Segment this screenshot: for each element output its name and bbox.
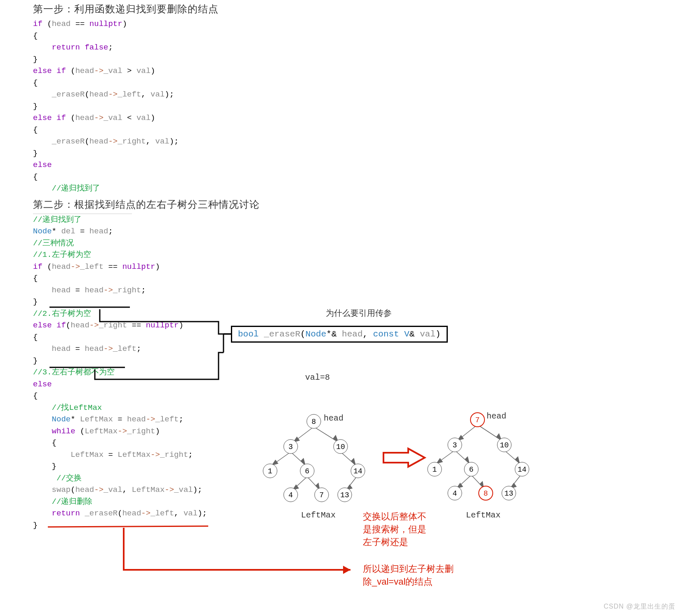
annotation-recurse-note: 所以递归到左子树去删 除_val=val的结点 [363, 563, 454, 588]
heading-step2: 第二步：根据找到结点的左右子树分三种情况讨论 [0, 198, 682, 211]
tree2-head-label: head [487, 411, 506, 421]
heading-step1: 第一步：利用函数递归找到要删除的结点 [0, 0, 682, 16]
function-signature-box: bool _eraseR(Node*& head, const V& val) [231, 326, 448, 343]
annotation-swap-note: 交换以后整体不 是搜索树，但是 左子树还是 [363, 510, 426, 548]
tree1-head-label: head [324, 414, 343, 423]
tree2-leftmax-label: LeftMax [466, 510, 501, 520]
svg-marker-5 [343, 566, 350, 574]
kw-if: if [33, 19, 42, 28]
tree1-leftmax-label: LeftMax [301, 510, 336, 520]
watermark: CSDN @龙里出生的蛋 [604, 602, 675, 611]
annotation-why-ref: 为什么要引用传参 [326, 308, 392, 319]
code-block-2: //递归找到了 Node* del = head; //三种情况 //1.左子树… [33, 214, 682, 531]
code-block-1: if (head == nullptr) { return false; } e… [33, 18, 682, 195]
annotation-val8: val=8 [305, 373, 330, 382]
